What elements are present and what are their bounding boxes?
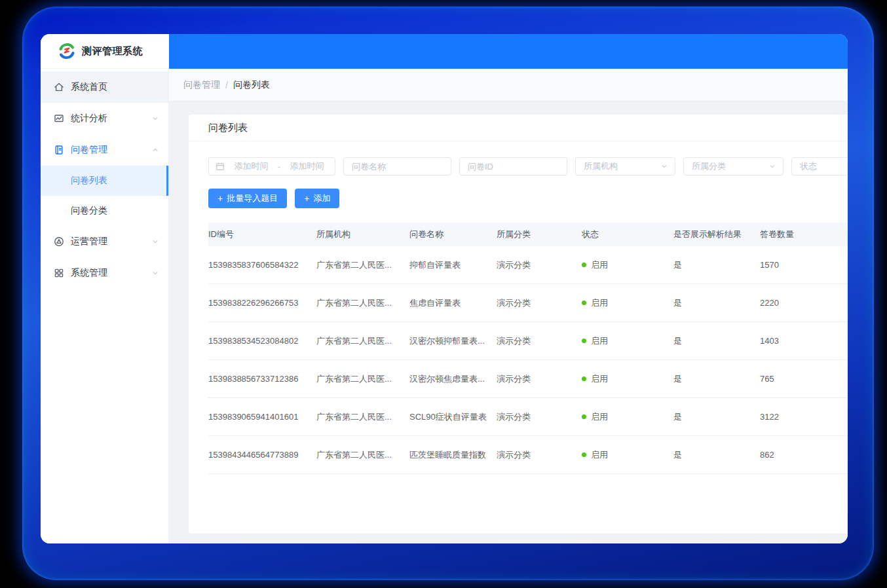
cell-count: 3122 [760, 412, 848, 422]
cell-count: 1403 [760, 336, 848, 346]
calendar-icon [216, 162, 225, 171]
cell-id: 1539838534523084802 [208, 336, 316, 346]
cell-count: 1570 [760, 260, 848, 270]
sidebar-item-statistics[interactable]: 统计分析 [41, 103, 168, 134]
status-dot [582, 301, 586, 305]
brand: 测评管理系统 [41, 34, 169, 69]
cell-org: 广东省第二人民医... [316, 411, 409, 423]
cell-status: 启用 [582, 411, 673, 423]
cell-org: 广东省第二人民医... [316, 335, 409, 347]
cell-status: 启用 [582, 449, 673, 461]
table-row[interactable]: 1539838856733712386 广东省第二人民医... 汉密尔顿焦虑量表… [208, 360, 848, 398]
app-header: 测评管理系统 [41, 34, 848, 69]
sidebar-item-questionnaire-list[interactable]: 问卷列表 [41, 166, 168, 196]
sidebar-item-label: 系统首页 [71, 81, 159, 93]
status-dot [582, 414, 586, 419]
table-row[interactable]: 1539838534523084802 广东省第二人民医... 汉密尔顿抑郁量表… [208, 322, 848, 360]
cell-show-result: 是 [673, 259, 760, 271]
cell-show-result: 是 [673, 335, 760, 347]
chevron-down-icon [768, 162, 776, 170]
col-header-name: 问卷名称 [409, 229, 497, 240]
questionnaire-name-input[interactable] [343, 157, 451, 175]
chevron-down-icon [660, 162, 668, 170]
sidebar-item-label: 运营管理 [71, 236, 145, 248]
plus-icon: + [304, 193, 309, 204]
sidebar: 系统首页 统计分析 问卷管理 问卷列表 问卷分类 [41, 69, 169, 543]
operations-icon [54, 236, 64, 247]
chevron-down-icon [151, 115, 159, 122]
sidebar-item-system-mgmt[interactable]: 系统管理 [41, 257, 168, 289]
cell-org: 广东省第二人民医... [316, 449, 409, 461]
table-row[interactable]: 1539843446564773889 广东省第二人民医... 匹茨堡睡眠质量指… [208, 436, 848, 474]
cell-status: 启用 [582, 335, 673, 347]
col-header-category: 所属分类 [497, 229, 582, 240]
batch-import-label: 批量导入题目 [227, 193, 278, 204]
toolbar: + 批量导入题目 + 添加 [208, 189, 848, 208]
date-range-picker[interactable]: 添加时间 - 添加时间 [208, 157, 335, 175]
batch-import-button[interactable]: + 批量导入题目 [208, 189, 287, 208]
chart-icon [54, 113, 64, 124]
add-label: 添加 [313, 193, 330, 204]
status-select-placeholder: 状态 [800, 160, 817, 172]
breadcrumb: 问卷管理 / 问卷列表 [169, 69, 848, 101]
plus-icon: + [217, 193, 223, 204]
breadcrumb-separator: / [225, 80, 228, 90]
sidebar-item-questionnaire-mgmt[interactable]: 问卷管理 [41, 134, 168, 166]
app-window: 测评管理系统 系统首页 统计分析 [41, 34, 848, 543]
questionnaire-list-card: 问卷列表 添加时间 - 添加时间 [189, 115, 848, 534]
sidebar-item-questionnaire-category[interactable]: 问卷分类 [41, 196, 168, 226]
cell-count: 765 [760, 374, 848, 384]
status-dot [582, 452, 586, 457]
chevron-down-icon [151, 238, 159, 246]
chevron-up-icon [151, 146, 159, 154]
chevron-down-icon [151, 269, 159, 277]
sidebar-item-operations[interactable]: 运营管理 [41, 226, 168, 257]
cell-count: 2220 [760, 298, 848, 308]
cell-status: 启用 [582, 259, 673, 271]
breadcrumb-parent[interactable]: 问卷管理 [183, 79, 220, 91]
date-separator: - [278, 162, 280, 172]
system-grid-icon [54, 268, 64, 278]
sidebar-subitem-label: 问卷列表 [71, 175, 107, 187]
cell-name: SCL90症状自评量表 [409, 411, 497, 423]
sidebar-item-label: 统计分析 [71, 113, 145, 124]
sidebar-item-home[interactable]: 系统首页 [41, 71, 168, 103]
add-button[interactable]: + 添加 [295, 189, 339, 208]
cell-show-result: 是 [673, 297, 760, 309]
sidebar-item-label: 问卷管理 [71, 144, 145, 156]
cell-org: 广东省第二人民医... [316, 297, 409, 309]
cell-category: 演示分类 [497, 411, 582, 423]
questionnaire-id-input[interactable] [459, 157, 567, 175]
questionnaire-table: ID编号 所属机构 问卷名称 所属分类 状态 是否展示解析结果 答卷数量 153… [208, 223, 848, 474]
document-icon [54, 145, 64, 155]
cell-show-result: 是 [673, 449, 760, 461]
table-header: ID编号 所属机构 问卷名称 所属分类 状态 是否展示解析结果 答卷数量 [208, 223, 848, 246]
cell-count: 862 [760, 450, 848, 460]
content-area: 问卷列表 添加时间 - 添加时间 [169, 101, 848, 543]
cell-name: 汉密尔顿抑郁量表... [409, 335, 497, 347]
cell-status: 启用 [582, 297, 673, 309]
category-select[interactable]: 所属分类 [683, 157, 783, 175]
status-select[interactable]: 状态 [791, 157, 848, 175]
app-logo-icon [58, 42, 76, 60]
top-bar [169, 34, 848, 69]
filter-bar: 添加时间 - 添加时间 所属机构 所属分类 [208, 157, 848, 175]
date-end-placeholder: 添加时间 [286, 160, 328, 172]
table-row[interactable]: 1539839065941401601 广东省第二人民医... SCL90症状自… [208, 398, 848, 436]
org-select[interactable]: 所属机构 [575, 157, 675, 175]
breadcrumb-current: 问卷列表 [233, 79, 270, 91]
cell-category: 演示分类 [497, 335, 582, 347]
sidebar-subitem-label: 问卷分类 [71, 205, 107, 217]
col-header-id: ID编号 [208, 229, 316, 240]
table-row[interactable]: 1539835837606584322 广东省第二人民医... 抑郁自评量表 演… [208, 246, 848, 284]
card-header: 问卷列表 [189, 115, 848, 141]
cell-org: 广东省第二人民医... [316, 259, 409, 271]
cell-id: 1539838856733712386 [208, 374, 316, 384]
cell-status: 启用 [582, 373, 673, 385]
table-row[interactable]: 1539838226296266753 广东省第二人民医... 焦虑自评量表 演… [208, 284, 848, 322]
cell-show-result: 是 [673, 373, 760, 385]
status-dot [582, 377, 586, 381]
cell-name: 焦虑自评量表 [409, 297, 497, 309]
status-dot [582, 263, 586, 267]
category-select-placeholder: 所属分类 [692, 160, 726, 172]
